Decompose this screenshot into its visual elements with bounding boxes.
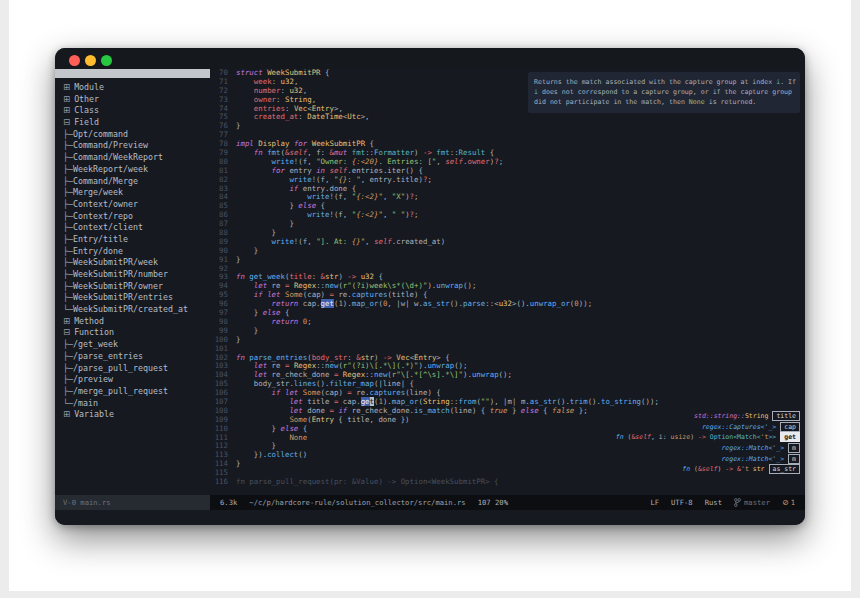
sidebar-item[interactable]: ⊞Method (63, 316, 210, 328)
code-text: created_at: DateTime<Utc>, (228, 113, 370, 122)
code-token: fn (616, 433, 628, 441)
code-line[interactable]: 98 return 0; (210, 318, 805, 327)
sidebar-item[interactable]: ├─WeekSubmitPR/week (63, 257, 210, 269)
code-line[interactable]: 91} (210, 256, 805, 265)
sidebar-item[interactable]: ├─Command/Merge (63, 176, 210, 188)
code-token: , entry.title) (361, 175, 423, 184)
code-token: >, (334, 104, 343, 113)
git-branch-icon (734, 498, 741, 507)
sidebar-item[interactable]: └─/main (63, 398, 210, 410)
hint-tag[interactable]: cap (780, 422, 800, 432)
sidebar-item[interactable]: ├─/get_week (63, 339, 210, 351)
sidebar-item[interactable]: ⊟Field (63, 117, 210, 129)
hint-tag[interactable]: get (780, 432, 800, 442)
code-line[interactable]: 86 write!(f, "{:<2}", " ")?; (210, 211, 805, 220)
minimize-button[interactable] (85, 55, 96, 66)
sidebar-item[interactable]: ├─Context/client (63, 222, 210, 234)
sidebar-item[interactable]: ⊞Variable (63, 409, 210, 421)
tree-guide: ├─ (63, 257, 73, 267)
collapse-icon[interactable]: ⊟ (63, 327, 70, 337)
sidebar-item-label: Command/Merge (73, 176, 138, 186)
code-line[interactable]: 90 } (210, 247, 805, 256)
code-token: , (365, 237, 374, 246)
close-button[interactable] (69, 55, 80, 66)
code-token: Vec (396, 353, 409, 362)
code-token (236, 104, 254, 113)
sidebar-item[interactable]: ⊞Module (63, 82, 210, 94)
sidebar-item[interactable]: ├─/preview (63, 374, 210, 386)
code-line[interactable]: 75 created_at: DateTime<Utc>, (210, 113, 805, 122)
hint-tag[interactable]: as_str (769, 464, 800, 474)
command-line[interactable]: fn (&self, i: usize) -> Option<Match<'t>… (55, 510, 805, 525)
sidebar-item[interactable]: ├─WeekSubmitPR/number (63, 269, 210, 281)
sidebar-item[interactable]: ⊞Other (63, 94, 210, 106)
code-token: for (272, 166, 285, 175)
expand-icon[interactable]: ⊞ (63, 316, 70, 326)
code-token: fmt (352, 148, 365, 157)
code-token: ). (427, 281, 436, 290)
code-token: "X" (392, 192, 405, 201)
code-token: fn (254, 148, 263, 157)
expand-icon[interactable]: ⊞ (63, 105, 70, 115)
code-line[interactable]: 76} (210, 122, 805, 131)
code-token: lines (294, 379, 316, 388)
code-line[interactable]: 116fn parse_pull_request(pr: &Value) -> … (210, 478, 805, 487)
sidebar-item[interactable]: ├─Context/repo (63, 211, 210, 223)
code-token: (). (588, 397, 601, 406)
code-token: u32 (289, 86, 302, 95)
tree-guide: └─ (63, 304, 73, 314)
code-editor[interactable]: 70struct WeekSubmitPR {71 week: u32,72 n… (210, 69, 805, 495)
tree-guide: ├─ (63, 234, 73, 244)
sidebar-item[interactable]: ├─WeekSubmitPR/owner (63, 281, 210, 293)
collapse-icon[interactable]: ⊟ (63, 117, 70, 127)
code-token: } (236, 326, 258, 335)
sidebar-item[interactable]: ├─/parse_pull_request (63, 363, 210, 375)
code-line[interactable]: 100} (210, 336, 805, 345)
hint-tag[interactable]: m (788, 443, 800, 453)
code-token: , (383, 210, 392, 219)
code-token: str (361, 353, 374, 362)
expand-icon[interactable]: ⊞ (63, 409, 70, 419)
code-line[interactable]: 87 } (210, 220, 805, 229)
code-token: impl (236, 139, 254, 148)
statusline: V-0 main.rs 6.3k ~/c/p/hardcore-rule/sol… (55, 495, 805, 510)
code-token (236, 281, 254, 290)
zoom-button[interactable] (101, 55, 112, 66)
hint-tag[interactable]: title (772, 411, 800, 421)
sidebar-item[interactable]: ├─Merge/week (63, 187, 210, 199)
code-line[interactable]: 89 write!(f, "]. At: {}", self.created_a… (210, 238, 805, 247)
code-token: ; (414, 192, 418, 201)
code-token: {:<20} (352, 157, 379, 166)
sidebar-item[interactable]: ⊟Function (63, 327, 210, 339)
code-token: let (254, 281, 267, 290)
sidebar-item[interactable]: ├─Opt/command (63, 129, 210, 141)
sidebar-item[interactable]: ├─Context/owner (63, 199, 210, 211)
code-token: None (689, 98, 705, 106)
hint-row: fn (&self, i: usize) -> Option<Match<'t>… (616, 432, 800, 443)
sidebar-item[interactable]: ├─Entry/title (63, 234, 210, 246)
code-line[interactable]: 96 return cap.get(1).map_or(0, |w| w.as_… (210, 300, 805, 309)
sidebar-item[interactable]: ├─Entry/done (63, 246, 210, 258)
sidebar-item[interactable]: ├─WeekSubmitPR/entries (63, 292, 210, 304)
sidebar-item[interactable]: ├─WeekReport/week (63, 164, 210, 176)
sidebar-item-label: Context/client (73, 222, 143, 232)
hint-tag[interactable]: m (788, 454, 800, 464)
expand-icon[interactable]: ⊞ (63, 94, 70, 104)
sidebar-item[interactable]: ⊞Class (63, 105, 210, 117)
tree-guide: ├─ (63, 129, 73, 139)
code-line[interactable]: 99 } (210, 327, 805, 336)
tree-guide: ├─ (63, 199, 73, 209)
encoding-indicator: UTF-8 (671, 498, 693, 507)
code-token: entries (254, 104, 285, 113)
sidebar-item[interactable]: ├─Command/Preview (63, 140, 210, 152)
window-titlebar[interactable] (55, 48, 805, 69)
code-token: unwrap_or (530, 299, 570, 308)
type-hints-panel: std::string::Stringtitleregex::Captures<… (616, 411, 800, 475)
expand-icon[interactable]: ⊞ (63, 82, 70, 92)
sidebar-item[interactable]: ├─Command/WeekReport (63, 152, 210, 164)
sidebar-item-label: /preview (73, 374, 113, 384)
sidebar-item[interactable]: └─WeekSubmitPR/created_at (63, 304, 210, 316)
code-token: title (289, 272, 311, 281)
sidebar-item[interactable]: ├─/merge_pull_request (63, 386, 210, 398)
sidebar-item[interactable]: ├─/parse_entries (63, 351, 210, 363)
